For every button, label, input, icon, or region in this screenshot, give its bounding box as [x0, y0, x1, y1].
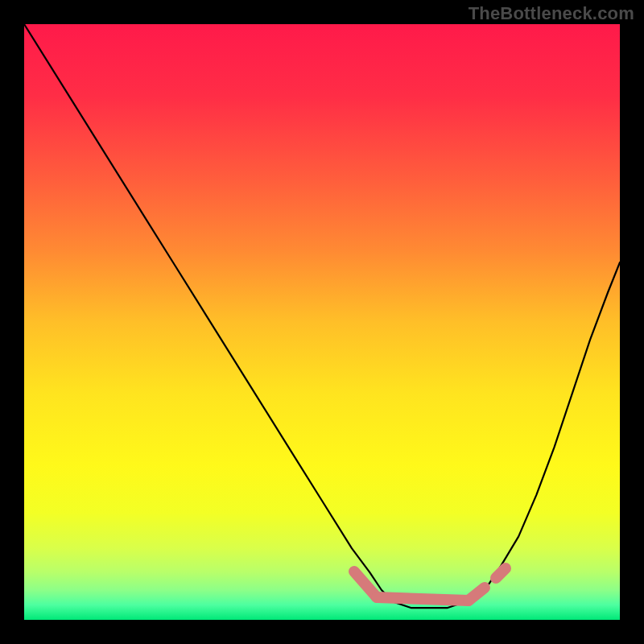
- watermark-text: TheBottleneck.com: [469, 3, 634, 24]
- chart-svg: [24, 24, 620, 620]
- overlay-segment: [377, 597, 469, 601]
- chart-frame: TheBottleneck.com: [0, 0, 644, 644]
- gradient-background: [24, 24, 620, 620]
- overlay-segment: [496, 568, 506, 578]
- plot-area: [24, 24, 620, 620]
